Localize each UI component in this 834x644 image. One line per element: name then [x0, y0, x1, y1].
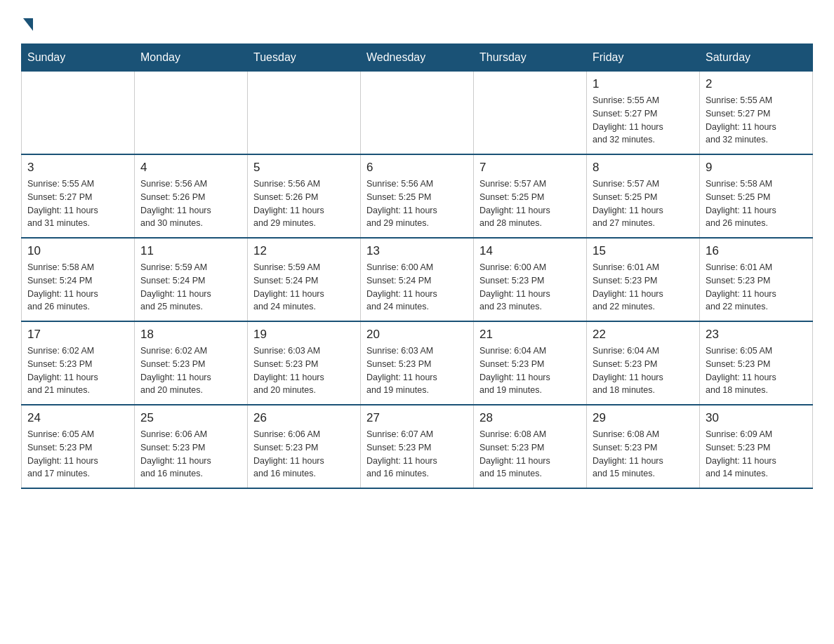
calendar-cell	[248, 72, 361, 155]
calendar-week-row: 24Sunrise: 6:05 AMSunset: 5:23 PMDayligh…	[22, 405, 813, 488]
day-number: 9	[706, 161, 807, 175]
day-info: Sunrise: 6:02 AMSunset: 5:23 PMDaylight:…	[27, 344, 128, 397]
logo-arrow-icon	[23, 18, 33, 31]
calendar-cell: 15Sunrise: 6:01 AMSunset: 5:23 PMDayligh…	[587, 238, 700, 321]
day-number: 11	[140, 244, 241, 258]
day-number: 23	[706, 328, 807, 342]
day-info: Sunrise: 6:05 AMSunset: 5:23 PMDaylight:…	[27, 428, 128, 481]
logo	[21, 14, 33, 31]
day-number: 2	[706, 77, 807, 91]
calendar-cell: 13Sunrise: 6:00 AMSunset: 5:24 PMDayligh…	[361, 238, 474, 321]
day-number: 3	[27, 161, 128, 175]
day-info: Sunrise: 6:04 AMSunset: 5:23 PMDaylight:…	[593, 344, 694, 397]
day-number: 14	[479, 244, 581, 258]
calendar-cell: 7Sunrise: 5:57 AMSunset: 5:25 PMDaylight…	[474, 154, 587, 238]
calendar-cell: 29Sunrise: 6:08 AMSunset: 5:23 PMDayligh…	[587, 405, 700, 488]
weekday-header-saturday: Saturday	[700, 44, 813, 72]
day-number: 30	[706, 411, 807, 425]
calendar-cell: 24Sunrise: 6:05 AMSunset: 5:23 PMDayligh…	[22, 405, 135, 488]
day-number: 13	[366, 244, 468, 258]
day-info: Sunrise: 5:57 AMSunset: 5:25 PMDaylight:…	[479, 177, 581, 230]
calendar-cell: 11Sunrise: 5:59 AMSunset: 5:24 PMDayligh…	[135, 238, 248, 321]
day-number: 29	[593, 411, 694, 425]
day-number: 22	[593, 328, 694, 342]
calendar-cell: 19Sunrise: 6:03 AMSunset: 5:23 PMDayligh…	[248, 321, 361, 405]
calendar-cell: 30Sunrise: 6:09 AMSunset: 5:23 PMDayligh…	[700, 405, 813, 488]
day-number: 15	[593, 244, 694, 258]
day-number: 6	[366, 161, 468, 175]
day-number: 1	[593, 77, 694, 91]
calendar-cell: 18Sunrise: 6:02 AMSunset: 5:23 PMDayligh…	[135, 321, 248, 405]
day-number: 4	[140, 161, 241, 175]
day-number: 17	[27, 328, 128, 342]
day-info: Sunrise: 6:08 AMSunset: 5:23 PMDaylight:…	[593, 428, 694, 481]
calendar-week-row: 1Sunrise: 5:55 AMSunset: 5:27 PMDaylight…	[22, 72, 813, 155]
weekday-header-row: SundayMondayTuesdayWednesdayThursdayFrid…	[22, 44, 813, 72]
day-number: 26	[253, 411, 355, 425]
day-info: Sunrise: 6:05 AMSunset: 5:23 PMDaylight:…	[706, 344, 807, 397]
calendar-week-row: 10Sunrise: 5:58 AMSunset: 5:24 PMDayligh…	[22, 238, 813, 321]
day-number: 24	[27, 411, 128, 425]
calendar-cell: 14Sunrise: 6:00 AMSunset: 5:23 PMDayligh…	[474, 238, 587, 321]
calendar-cell: 23Sunrise: 6:05 AMSunset: 5:23 PMDayligh…	[700, 321, 813, 405]
calendar-cell: 4Sunrise: 5:56 AMSunset: 5:26 PMDaylight…	[135, 154, 248, 238]
day-info: Sunrise: 6:03 AMSunset: 5:23 PMDaylight:…	[253, 344, 355, 397]
day-info: Sunrise: 6:02 AMSunset: 5:23 PMDaylight:…	[140, 344, 241, 397]
calendar-cell: 21Sunrise: 6:04 AMSunset: 5:23 PMDayligh…	[474, 321, 587, 405]
calendar-cell: 20Sunrise: 6:03 AMSunset: 5:23 PMDayligh…	[361, 321, 474, 405]
day-info: Sunrise: 6:00 AMSunset: 5:23 PMDaylight:…	[479, 261, 581, 314]
calendar-cell: 6Sunrise: 5:56 AMSunset: 5:25 PMDaylight…	[361, 154, 474, 238]
day-info: Sunrise: 6:07 AMSunset: 5:23 PMDaylight:…	[366, 428, 468, 481]
calendar-cell: 22Sunrise: 6:04 AMSunset: 5:23 PMDayligh…	[587, 321, 700, 405]
calendar-header: SundayMondayTuesdayWednesdayThursdayFrid…	[22, 44, 813, 72]
calendar-cell: 2Sunrise: 5:55 AMSunset: 5:27 PMDaylight…	[700, 72, 813, 155]
calendar-cell: 9Sunrise: 5:58 AMSunset: 5:25 PMDaylight…	[700, 154, 813, 238]
weekday-header-sunday: Sunday	[22, 44, 135, 72]
day-info: Sunrise: 5:55 AMSunset: 5:27 PMDaylight:…	[706, 94, 807, 147]
calendar-cell: 17Sunrise: 6:02 AMSunset: 5:23 PMDayligh…	[22, 321, 135, 405]
day-info: Sunrise: 5:58 AMSunset: 5:25 PMDaylight:…	[706, 177, 807, 230]
day-info: Sunrise: 6:01 AMSunset: 5:23 PMDaylight:…	[593, 261, 694, 314]
day-info: Sunrise: 6:06 AMSunset: 5:23 PMDaylight:…	[253, 428, 355, 481]
weekday-header-wednesday: Wednesday	[361, 44, 474, 72]
calendar-cell: 25Sunrise: 6:06 AMSunset: 5:23 PMDayligh…	[135, 405, 248, 488]
day-number: 27	[366, 411, 468, 425]
calendar-cell: 16Sunrise: 6:01 AMSunset: 5:23 PMDayligh…	[700, 238, 813, 321]
day-number: 28	[479, 411, 581, 425]
day-info: Sunrise: 5:55 AMSunset: 5:27 PMDaylight:…	[593, 94, 694, 147]
calendar-cell	[135, 72, 248, 155]
day-info: Sunrise: 6:00 AMSunset: 5:24 PMDaylight:…	[366, 261, 468, 314]
day-info: Sunrise: 5:57 AMSunset: 5:25 PMDaylight:…	[593, 177, 694, 230]
day-info: Sunrise: 6:06 AMSunset: 5:23 PMDaylight:…	[140, 428, 241, 481]
calendar-cell: 5Sunrise: 5:56 AMSunset: 5:26 PMDaylight…	[248, 154, 361, 238]
day-number: 10	[27, 244, 128, 258]
calendar-cell: 1Sunrise: 5:55 AMSunset: 5:27 PMDaylight…	[587, 72, 700, 155]
page-header	[21, 14, 813, 31]
day-number: 25	[140, 411, 241, 425]
day-number: 20	[366, 328, 468, 342]
day-info: Sunrise: 5:56 AMSunset: 5:26 PMDaylight:…	[140, 177, 241, 230]
calendar-cell: 8Sunrise: 5:57 AMSunset: 5:25 PMDaylight…	[587, 154, 700, 238]
day-info: Sunrise: 5:56 AMSunset: 5:25 PMDaylight:…	[366, 177, 468, 230]
day-number: 16	[706, 244, 807, 258]
day-number: 5	[253, 161, 355, 175]
calendar-cell: 27Sunrise: 6:07 AMSunset: 5:23 PMDayligh…	[361, 405, 474, 488]
weekday-header-thursday: Thursday	[474, 44, 587, 72]
day-number: 18	[140, 328, 241, 342]
day-info: Sunrise: 5:59 AMSunset: 5:24 PMDaylight:…	[253, 261, 355, 314]
day-info: Sunrise: 6:09 AMSunset: 5:23 PMDaylight:…	[706, 428, 807, 481]
day-number: 19	[253, 328, 355, 342]
calendar-cell: 26Sunrise: 6:06 AMSunset: 5:23 PMDayligh…	[248, 405, 361, 488]
logo-top	[21, 14, 33, 31]
calendar-cell	[474, 72, 587, 155]
calendar-cell: 28Sunrise: 6:08 AMSunset: 5:23 PMDayligh…	[474, 405, 587, 488]
calendar-cell	[22, 72, 135, 155]
weekday-header-friday: Friday	[587, 44, 700, 72]
calendar-week-row: 17Sunrise: 6:02 AMSunset: 5:23 PMDayligh…	[22, 321, 813, 405]
weekday-header-tuesday: Tuesday	[248, 44, 361, 72]
calendar-cell	[361, 72, 474, 155]
day-number: 8	[593, 161, 694, 175]
day-info: Sunrise: 5:56 AMSunset: 5:26 PMDaylight:…	[253, 177, 355, 230]
day-info: Sunrise: 6:04 AMSunset: 5:23 PMDaylight:…	[479, 344, 581, 397]
day-info: Sunrise: 6:08 AMSunset: 5:23 PMDaylight:…	[479, 428, 581, 481]
